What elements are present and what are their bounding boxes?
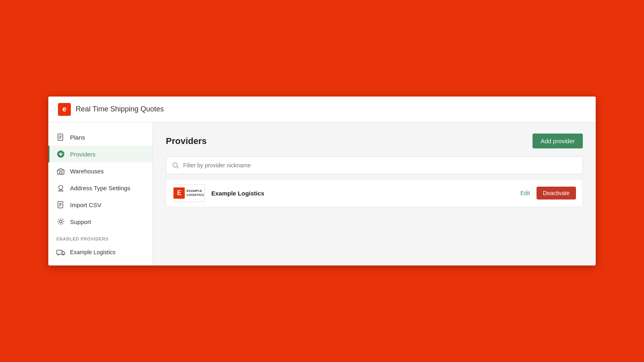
- sidebar: Plans Providers: [48, 122, 153, 265]
- content-header: Providers Add provider: [166, 134, 583, 148]
- edit-link[interactable]: Edit: [520, 190, 530, 196]
- sidebar-item-support[interactable]: Support: [48, 213, 153, 230]
- sidebar-item-providers-label: Providers: [70, 151, 95, 158]
- sidebar-item-address-type-settings-label: Address Type Settings: [70, 185, 130, 191]
- sidebar-item-warehouses-label: Warehouses: [70, 168, 104, 175]
- svg-point-13: [60, 220, 62, 223]
- provider-row: E EXAMPLE LOGISTICS Example Logistics Ed…: [166, 179, 583, 207]
- document-icon: [56, 133, 65, 142]
- provider-logo: E EXAMPLE LOGISTICS: [173, 184, 205, 202]
- app-window: e Real Time Shipping Quotes Pl: [48, 97, 596, 265]
- enabled-providers-section-label: ENABLED PROVIDERS: [48, 230, 153, 244]
- svg-point-8: [59, 185, 63, 189]
- app-logo: e: [58, 103, 71, 116]
- home-icon: [56, 183, 65, 192]
- sidebar-item-import-csv-label: Import CSV: [70, 202, 101, 208]
- sidebar-item-warehouses[interactable]: Warehouses: [48, 162, 153, 179]
- svg-line-18: [177, 167, 179, 169]
- page-title: Providers: [166, 136, 207, 146]
- provider-actions: Edit Deactivate: [520, 187, 576, 200]
- svg-point-15: [58, 254, 59, 255]
- provider-logo-text: EXAMPLE LOGISTICS: [186, 189, 204, 197]
- sidebar-enabled-item-example-logistics-label: Example Logistics: [70, 249, 116, 255]
- csv-icon: [56, 200, 65, 209]
- main-content: Providers Add provider E: [153, 122, 596, 265]
- svg-rect-7: [60, 172, 62, 174]
- search-bar: [166, 156, 583, 174]
- sidebar-item-address-type-settings[interactable]: Address Type Settings: [48, 179, 153, 196]
- search-icon: [172, 162, 179, 169]
- svg-rect-6: [58, 170, 64, 174]
- truck-icon: [56, 248, 65, 257]
- download-circle-icon: [56, 150, 65, 158]
- app-header: e Real Time Shipping Quotes: [48, 97, 596, 122]
- add-provider-button[interactable]: Add provider: [533, 134, 583, 148]
- svg-rect-14: [57, 250, 62, 254]
- sidebar-item-support-label: Support: [70, 218, 91, 225]
- main-layout: Plans Providers: [48, 122, 596, 265]
- deactivate-button[interactable]: Deactivate: [537, 187, 576, 200]
- sidebar-item-plans[interactable]: Plans: [48, 129, 153, 146]
- provider-name: Example Logistics: [211, 190, 514, 197]
- sidebar-item-import-csv[interactable]: Import CSV: [48, 196, 153, 213]
- svg-point-17: [173, 163, 178, 167]
- warehouse-icon: [56, 167, 65, 175]
- sidebar-nav: Plans Providers: [48, 129, 153, 230]
- gear-icon: [56, 217, 65, 226]
- provider-logo-letter: E: [173, 187, 185, 199]
- app-title: Real Time Shipping Quotes: [76, 105, 164, 113]
- sidebar-enabled-item-example-logistics[interactable]: Example Logistics: [48, 244, 153, 261]
- search-input[interactable]: [183, 162, 577, 169]
- svg-point-16: [63, 254, 64, 255]
- sidebar-item-providers[interactable]: Providers: [48, 146, 153, 162]
- sidebar-item-plans-label: Plans: [70, 134, 85, 141]
